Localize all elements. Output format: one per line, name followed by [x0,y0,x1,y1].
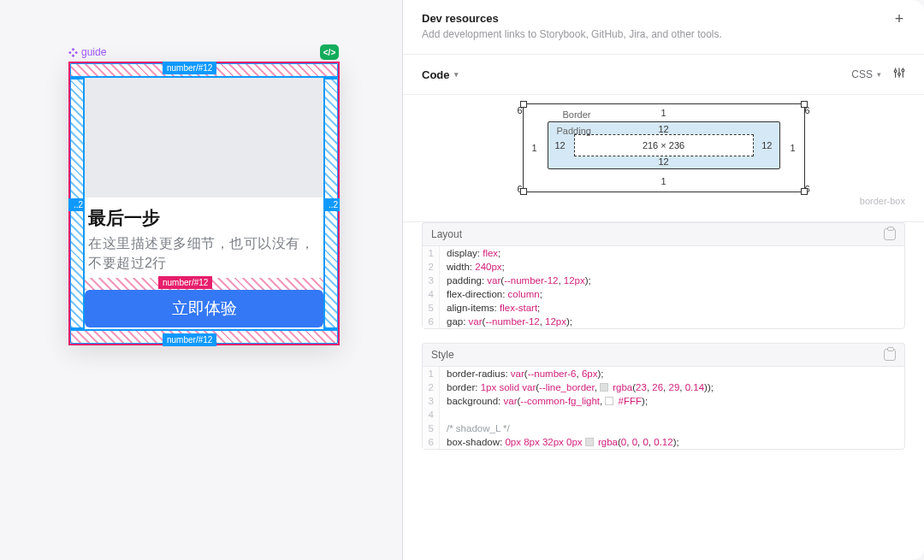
spacing-token-top[interactable]: number/#12 [163,62,216,74]
guide-card: 最后一步 在这里描述更多细节，也可以没有，不要超过2行 number/#12 立… [68,62,340,345]
cta-button[interactable]: 立即体验 [85,290,323,327]
selected-component[interactable]: 最后一步 在这里描述更多细节，也可以没有，不要超过2行 number/#12 立… [68,62,340,345]
box-model-diagram: 6 6 6 6 Border 1 1 1 1 Padding 12 12 12 [403,95,924,222]
border-label: Border [563,109,591,120]
dev-resources-section: Dev resources + Add development links to… [403,0,924,55]
code-settings-icon[interactable] [893,67,905,82]
padding-left-value: 12 [555,140,566,150]
component-name: guide [81,46,106,58]
svg-point-1 [894,70,897,73]
svg-point-3 [898,73,901,75]
dev-resources-subtitle: Add development links to Storybook, GitH… [403,28,924,54]
layout-block-title: Layout [431,228,462,240]
card-illustration [85,78,323,197]
padding-right-value: 12 [761,140,772,150]
code-section-header: Code ▾ CSS ▾ [403,55,924,95]
component-icon [68,48,78,57]
copy-layout-icon[interactable] [884,228,896,240]
dev-resources-title: Dev resources [422,12,499,25]
card-subtitle: 在这里描述更多细节，也可以没有，不要超过2行 [85,230,323,273]
layout-code-body[interactable]: 1display: flex;2width: 240px;3padding: v… [422,245,905,329]
border-bottom-value: 1 [660,176,666,186]
spacing-token-bottom[interactable]: number/#12 [163,333,216,346]
dev-mode-badge[interactable]: </> [320,44,339,60]
padding-bottom-value: 12 [658,156,668,167]
layout-code-block: Layout 1display: flex;2width: 240px;3pad… [422,222,905,329]
card-title: 最后一步 [85,206,323,230]
copy-style-icon[interactable] [884,349,896,361]
style-code-block: Style 1border-radius: var(--number-6, 6p… [422,343,905,450]
padding-top-value: 12 [658,124,668,134]
chevron-down-icon: ▾ [454,70,459,79]
content-dimensions: 216 × 236 [574,134,754,156]
border-left-value: 1 [532,143,537,153]
gap-overlay: number/#12 [85,278,323,290]
spacing-token-right[interactable]: ..2 [323,198,340,211]
add-resource-button[interactable]: + [893,13,905,25]
box-sizing-label: border-box [403,192,924,206]
svg-point-5 [902,69,904,72]
spacing-token-left[interactable]: ..2 [68,198,85,211]
design-canvas[interactable]: guide </> number/#12 number/#12 ..2 ..2 … [0,0,402,560]
code-language-dropdown[interactable]: CSS ▾ [851,68,881,80]
padding-label: Padding [557,126,591,136]
chevron-down-icon: ▾ [877,70,881,79]
component-label[interactable]: guide [68,46,106,58]
code-section-label[interactable]: Code ▾ [422,68,459,81]
style-block-title: Style [431,349,454,361]
inspector-panel: Dev resources + Add development links to… [402,0,924,560]
border-top-value: 1 [660,108,666,118]
gap-token[interactable]: number/#12 [158,276,212,289]
border-right-value: 1 [790,143,795,153]
style-code-body[interactable]: 1border-radius: var(--number-6, 6px);2bo… [422,366,905,450]
